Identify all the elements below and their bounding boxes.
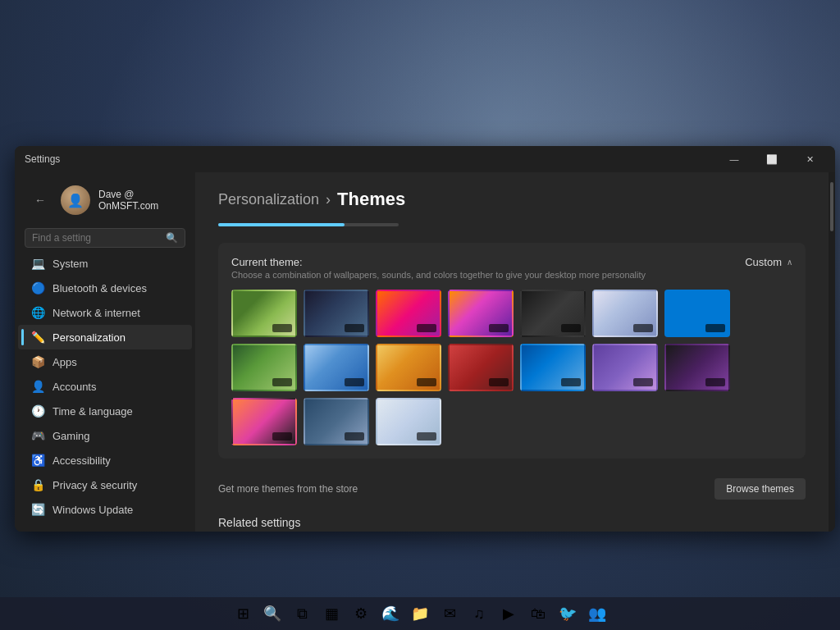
theme-img-9 (305, 345, 368, 390)
theme-taskbar-preview-13 (633, 378, 653, 386)
sidebar-item-accounts[interactable]: 👤 Accounts (18, 374, 192, 399)
sidebar-label-update: Windows Update (52, 504, 133, 516)
theme-item-14[interactable] (664, 344, 730, 391)
taskbar: ⊞🔍⧉▦⚙🌊📁✉♫▶🛍🐦👥 (0, 597, 840, 630)
taskbar-search[interactable]: 🔍 (259, 600, 285, 627)
theme-taskbar-preview-9 (345, 378, 364, 386)
user-name: Dave @ OnMSFT.com (98, 189, 182, 212)
taskbar-spotify[interactable]: ♫ (466, 600, 492, 627)
theme-img-14 (666, 345, 728, 390)
theme-item-9[interactable] (304, 344, 369, 391)
taskbar-icons: ⊞🔍⧉▦⚙🌊📁✉♫▶🛍🐦👥 (230, 600, 610, 627)
taskbar-teams[interactable]: 👥 (584, 600, 610, 627)
taskbar-twitter[interactable]: 🐦 (555, 600, 581, 627)
close-button[interactable]: ✕ (791, 146, 829, 172)
sidebar-item-privacy[interactable]: 🔒 Privacy & security (18, 472, 192, 497)
update-icon: 🔄 (31, 503, 44, 516)
theme-item-16[interactable] (304, 398, 369, 445)
current-theme-label: Custom (745, 256, 782, 268)
sidebar-label-apps: Apps (52, 356, 77, 368)
browse-themes-button[interactable]: Browse themes (714, 478, 806, 500)
theme-item-17[interactable] (376, 398, 441, 445)
theme-img-7 (666, 291, 728, 336)
progress-bar-container (218, 223, 399, 226)
theme-taskbar-preview-6 (633, 324, 653, 332)
system-icon: 💻 (31, 257, 44, 270)
theme-taskbar-preview-1 (272, 324, 292, 332)
taskbar-store[interactable]: 🛍 (525, 600, 551, 627)
theme-img-13 (594, 345, 656, 390)
sidebar-item-system[interactable]: 💻 System (18, 251, 192, 276)
theme-item-5[interactable] (520, 290, 586, 337)
theme-item-1[interactable] (231, 290, 297, 337)
user-profile: ← 👤 Dave @ OnMSFT.com (15, 179, 195, 221)
sidebar-item-time[interactable]: 🕐 Time & language (18, 399, 192, 423)
taskbar-settings2[interactable]: ⚙ (348, 600, 374, 627)
taskbar-widgets[interactable]: ▦ (318, 600, 345, 627)
theme-header: Current theme: Choose a combination of w… (231, 256, 792, 280)
taskbar-taskview[interactable]: ⧉ (289, 600, 315, 627)
theme-item-15[interactable] (231, 398, 297, 445)
sidebar-label-privacy: Privacy & security (52, 479, 137, 491)
theme-taskbar-preview-16 (345, 432, 364, 441)
taskbar-start[interactable]: ⊞ (230, 600, 256, 627)
theme-item-2[interactable] (304, 290, 369, 337)
accessibility-icon: ♿ (31, 454, 44, 467)
scroll-thumb[interactable] (830, 182, 833, 231)
theme-item-4[interactable] (448, 290, 514, 337)
theme-img-5 (522, 291, 584, 336)
sidebar-item-personalization[interactable]: ✏️ Personalization (18, 325, 192, 349)
sidebar-label-system: System (52, 258, 88, 270)
window-controls: — ⬜ ✕ (715, 146, 829, 172)
search-box[interactable]: 🔍 (25, 228, 185, 248)
theme-item-12[interactable] (520, 344, 586, 391)
sidebar-item-network[interactable]: 🌐 Network & internet (18, 300, 192, 325)
related-settings-heading: Related settings (218, 516, 806, 529)
theme-description: Choose a combination of wallpapers, soun… (231, 270, 646, 280)
theme-img-8 (233, 345, 295, 390)
sidebar-label-gaming: Gaming (52, 430, 90, 442)
theme-item-11[interactable] (448, 344, 514, 391)
theme-item-10[interactable] (376, 344, 441, 391)
sidebar-item-bluetooth[interactable]: 🔵 Bluetooth & devices (18, 276, 192, 300)
theme-taskbar-preview-17 (417, 432, 436, 441)
gaming-icon: 🎮 (31, 429, 44, 442)
back-button[interactable]: ← (28, 190, 52, 210)
theme-item-7[interactable] (664, 290, 730, 337)
breadcrumb-parent[interactable]: Personalization (218, 191, 319, 208)
accounts-icon: 👤 (31, 380, 44, 393)
sidebar-item-accessibility[interactable]: ♿ Accessibility (18, 448, 192, 472)
theme-item-8[interactable] (231, 344, 297, 391)
sidebar-item-update[interactable]: 🔄 Windows Update (18, 497, 192, 522)
theme-item-3[interactable] (376, 290, 441, 337)
breadcrumb: Personalization › Themes (218, 189, 806, 210)
theme-img-10 (377, 345, 440, 390)
sidebar-item-apps[interactable]: 📦 Apps (18, 349, 192, 374)
sidebar-label-time: Time & language (52, 405, 133, 418)
theme-img-15 (233, 399, 295, 444)
theme-taskbar-preview-8 (272, 378, 292, 386)
taskbar-mail[interactable]: ✉ (436, 600, 463, 627)
minimize-button[interactable]: — (715, 146, 753, 172)
theme-current-badge[interactable]: Custom ∧ (745, 256, 792, 268)
theme-section: Current theme: Choose a combination of w… (218, 243, 806, 459)
taskbar-media[interactable]: ▶ (495, 600, 522, 627)
apps-icon: 📦 (31, 355, 44, 368)
theme-taskbar-preview-10 (417, 378, 436, 386)
theme-img-6 (594, 291, 656, 336)
theme-taskbar-preview-11 (489, 378, 509, 386)
privacy-icon: 🔒 (31, 478, 44, 491)
theme-img-3 (377, 291, 440, 336)
taskbar-edge[interactable]: 🌊 (377, 600, 404, 627)
chevron-up-icon: ∧ (787, 258, 792, 267)
maximize-button[interactable]: ⬜ (753, 146, 791, 172)
sidebar-label-personalization: Personalization (52, 331, 126, 344)
breadcrumb-current: Themes (337, 189, 405, 210)
search-input[interactable] (32, 232, 161, 244)
sidebar-item-gaming[interactable]: 🎮 Gaming (18, 423, 192, 448)
theme-item-6[interactable] (592, 290, 658, 337)
taskbar-explorer[interactable]: 📁 (407, 600, 433, 627)
theme-taskbar-preview-12 (561, 378, 581, 386)
theme-grid (231, 290, 792, 445)
theme-item-13[interactable] (592, 344, 658, 391)
